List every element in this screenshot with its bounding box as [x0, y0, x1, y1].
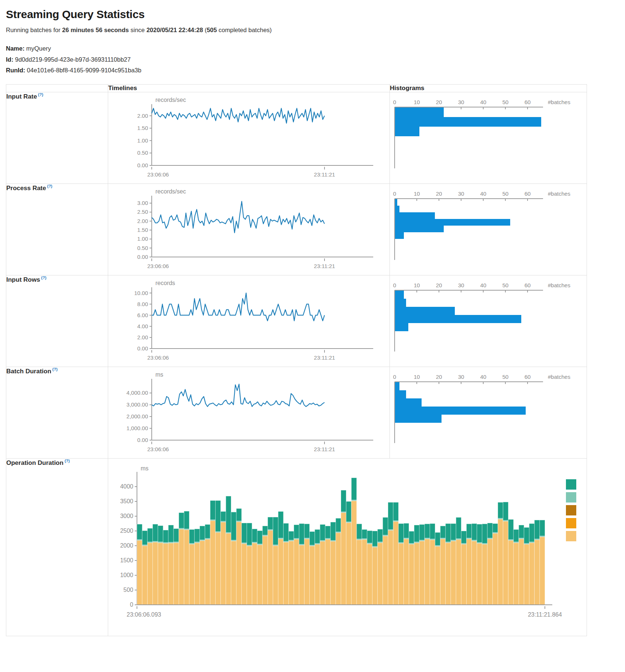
svg-text:2.00: 2.00 — [137, 334, 148, 340]
row-label-input-rows: Input Rows(?) — [6, 276, 47, 283]
svg-text:3000: 3000 — [120, 513, 133, 519]
svg-text:ms: ms — [141, 465, 148, 472]
row-input-rate: Input Rate(?) records/sec0.000.501.001.5… — [6, 92, 587, 184]
svg-text:30: 30 — [458, 374, 464, 380]
runid-label: RunId: — [6, 67, 25, 73]
running-duration: 26 minutes 56 seconds — [62, 27, 129, 33]
legend-swatch — [566, 505, 576, 515]
svg-text:1000: 1000 — [120, 572, 133, 578]
svg-text:3500: 3500 — [120, 498, 133, 504]
svg-text:10.00: 10.00 — [134, 290, 148, 296]
svg-text:0.00: 0.00 — [137, 437, 148, 443]
completed-batches-count: 505 — [207, 27, 217, 33]
legend-swatch — [566, 492, 576, 503]
operation-duration-cell: ms0500100015002000250030003500400023:06:… — [108, 459, 587, 636]
process-rate-histogram-cell: 0102030405060#batches — [390, 184, 587, 275]
svg-text:#batches: #batches — [548, 99, 570, 105]
svg-text:0: 0 — [393, 191, 396, 197]
svg-text:60: 60 — [525, 99, 531, 105]
header-histograms: Histograms — [390, 85, 587, 92]
row-label-operation-duration: Operation Duration(?) — [6, 459, 70, 466]
svg-text:2.00: 2.00 — [137, 113, 148, 119]
operation-duration-chart: ms0500100015002000250030003500400023:06:… — [108, 459, 587, 636]
svg-text:0: 0 — [393, 99, 396, 105]
query-runid-line: RunId: 04e101e6-8bf8-4165-9099-9104c951b… — [6, 65, 619, 76]
operation-duration-legend — [566, 479, 576, 541]
help-icon-input-rows[interactable]: (?) — [41, 275, 47, 280]
input-rate-histogram-chart: 0102030405060#batches — [390, 92, 587, 183]
svg-text:10: 10 — [414, 374, 420, 380]
input-rate-timeline-cell: records/sec0.000.501.001.502.0023:06:062… — [108, 92, 390, 184]
svg-text:23:06:06: 23:06:06 — [147, 354, 169, 361]
process-rate-histogram-chart: 0102030405060#batches — [390, 184, 587, 275]
process-rate-timeline-cell: records/sec0.000.501.001.502.002.503.002… — [108, 184, 390, 275]
query-id-line: Id: 9d0dd219-995d-423e-b97d-36931110bb27 — [6, 54, 619, 65]
svg-text:6.00: 6.00 — [137, 312, 148, 318]
header-row: Timelines Histograms — [6, 85, 587, 92]
page-title: Streaming Query Statistics — [6, 8, 619, 21]
svg-text:0: 0 — [130, 601, 133, 608]
svg-text:50: 50 — [502, 191, 509, 197]
runid-value: 04e101e6-8bf8-4165-9099-9104c951ba3b — [27, 67, 141, 73]
svg-text:2.50: 2.50 — [137, 209, 148, 215]
row-label-cell-input-rows: Input Rows(?) — [6, 275, 108, 367]
process-rate-timeline-chart: records/sec0.000.501.001.502.002.503.002… — [108, 184, 389, 275]
svg-text:1,000.00: 1,000.00 — [127, 425, 148, 431]
svg-text:20: 20 — [436, 282, 442, 288]
legend-swatch — [566, 518, 576, 528]
svg-text:1.50: 1.50 — [137, 227, 148, 233]
svg-text:40: 40 — [480, 282, 487, 288]
row-batch-duration: Batch Duration(?) ms0.001,000.002,000.00… — [6, 367, 587, 459]
svg-text:1.50: 1.50 — [137, 125, 148, 131]
help-icon-process-rate[interactable]: (?) — [47, 184, 52, 188]
svg-text:60: 60 — [525, 374, 531, 380]
svg-text:#batches: #batches — [548, 191, 570, 197]
row-label-process-rate: Process Rate(?) — [6, 185, 52, 192]
name-label: Name: — [6, 45, 24, 52]
help-icon-input-rate[interactable]: (?) — [38, 92, 43, 97]
svg-text:0.50: 0.50 — [137, 245, 148, 251]
svg-text:1500: 1500 — [120, 557, 133, 563]
streaming-query-statistics-page: Streaming Query Statistics Running batch… — [0, 0, 625, 645]
row-label-cell-process-rate: Process Rate(?) — [6, 184, 108, 275]
svg-text:records/sec: records/sec — [155, 188, 186, 195]
row-process-rate: Process Rate(?) records/sec0.000.501.001… — [6, 184, 587, 275]
svg-text:records/sec: records/sec — [155, 97, 186, 103]
legend-swatch — [566, 531, 576, 541]
svg-text:2.00: 2.00 — [137, 218, 148, 224]
query-metadata: Name: myQuery Id: 9d0dd219-995d-423e-b97… — [6, 43, 619, 76]
svg-text:10: 10 — [414, 99, 420, 105]
svg-text:20: 20 — [436, 191, 442, 197]
help-icon-operation-duration[interactable]: (?) — [65, 459, 70, 463]
svg-text:0.00: 0.00 — [137, 254, 148, 260]
svg-text:1.00: 1.00 — [137, 236, 148, 242]
svg-text:8.00: 8.00 — [137, 301, 148, 307]
input-rate-timeline-chart: records/sec0.000.501.001.502.0023:06:062… — [108, 92, 389, 183]
batch-duration-timeline-chart: ms0.001,000.002,000.003,000.004,000.0023… — [108, 367, 389, 458]
running-batches-summary: Running batches for 26 minutes 56 second… — [6, 27, 619, 34]
svg-text:23:11:21.864: 23:11:21.864 — [528, 611, 562, 618]
svg-text:0.50: 0.50 — [137, 150, 148, 156]
svg-text:50: 50 — [502, 374, 509, 380]
row-label-cell-batch-duration: Batch Duration(?) — [6, 367, 108, 459]
svg-text:23:11:21: 23:11:21 — [314, 354, 335, 361]
svg-text:10: 10 — [414, 191, 420, 197]
svg-text:ms: ms — [155, 371, 163, 378]
svg-text:3.00: 3.00 — [137, 200, 148, 206]
svg-text:3,000.00: 3,000.00 — [127, 401, 148, 408]
row-label-input-rate: Input Rate(?) — [6, 93, 43, 100]
svg-text:40: 40 — [480, 191, 487, 197]
svg-text:23:11:21: 23:11:21 — [314, 263, 335, 269]
row-operation-duration: Operation Duration(?) ms0500100015002000… — [6, 459, 587, 636]
row-input-rows: Input Rows(?) records0.002.004.006.008.0… — [6, 275, 587, 367]
svg-text:23:06:06.093: 23:06:06.093 — [127, 611, 161, 618]
help-icon-batch-duration[interactable]: (?) — [52, 367, 58, 371]
start-timestamp: 2020/05/21 22:44:28 — [147, 27, 203, 33]
svg-text:23:06:06: 23:06:06 — [147, 446, 169, 452]
svg-text:1.00: 1.00 — [137, 137, 148, 144]
name-value: myQuery — [26, 45, 51, 52]
svg-text:0.00: 0.00 — [137, 162, 148, 168]
svg-text:40: 40 — [480, 374, 487, 380]
svg-text:50: 50 — [502, 99, 509, 105]
svg-text:30: 30 — [458, 191, 464, 197]
